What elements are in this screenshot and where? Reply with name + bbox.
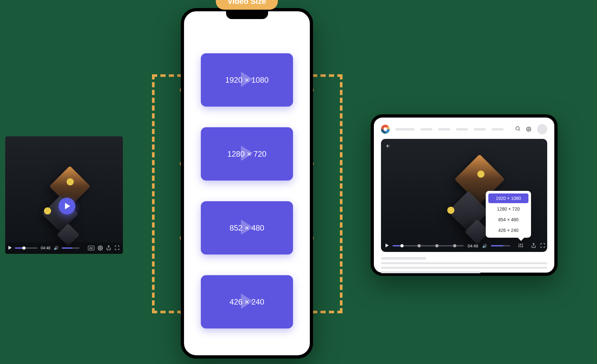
volume-slider[interactable] <box>491 245 510 246</box>
resolution-menu-item-240p[interactable]: 426 × 240 <box>488 225 528 235</box>
svg-point-2 <box>516 127 519 130</box>
nav-item-skeleton <box>456 128 468 130</box>
svg-point-4 <box>528 129 529 130</box>
cc-button[interactable]: CC <box>88 246 94 250</box>
video-size-badge: Video Size <box>216 0 278 10</box>
gear-icon[interactable] <box>526 127 531 132</box>
nav-item-skeleton <box>438 128 450 130</box>
resolution-card-240p[interactable]: 426 × 240 <box>201 275 293 328</box>
svg-line-3 <box>519 130 520 130</box>
play-icon[interactable] <box>385 244 389 248</box>
gear-icon[interactable] <box>98 245 103 251</box>
play-button[interactable] <box>59 198 75 214</box>
scene-sphere <box>447 207 454 214</box>
scene-sphere <box>477 171 484 178</box>
skeleton-line <box>381 257 426 260</box>
player-controls: 04:48 CC <box>5 242 123 254</box>
badge-label: Video Size <box>227 0 266 5</box>
app-logo[interactable] <box>381 125 390 134</box>
volume-icon[interactable] <box>54 246 59 250</box>
scene-sphere <box>67 178 74 185</box>
resolution-menu-item-1080p[interactable]: 1920 × 1080 <box>488 193 528 203</box>
source-video-player: 04:48 CC <box>5 136 123 254</box>
resolution-card-720p[interactable]: 1280 × 720 <box>201 127 293 181</box>
nav-item-skeleton <box>396 128 415 130</box>
share-icon[interactable] <box>106 245 111 251</box>
connector-right-frame <box>312 74 342 313</box>
nav-item-skeleton <box>474 128 486 130</box>
scene-sphere <box>44 207 51 214</box>
connector-left-frame <box>152 74 182 313</box>
nav-item-skeleton <box>492 128 504 130</box>
video-thumbnail-scene <box>5 136 123 242</box>
phone-notch <box>226 11 268 19</box>
time-label: 04:48 <box>41 246 50 250</box>
skeleton-line <box>381 271 481 273</box>
tablet-frame: 1920 × 1080 1280 × 720 854 × 480 426 × 2… <box>371 114 558 276</box>
progress-slider[interactable] <box>15 247 38 249</box>
skeleton-line <box>381 262 547 264</box>
phone-frame: 1920 × 1080 1280 × 720 852 × 480 426 × 2… <box>181 8 313 359</box>
tablet-header <box>381 124 547 134</box>
fullscreen-icon[interactable] <box>540 243 545 249</box>
nav-item-skeleton <box>420 128 432 130</box>
content-skeleton <box>381 257 547 273</box>
resolution-menu-item-720p[interactable]: 1280 × 720 <box>488 204 528 214</box>
player-controls: 04:48 <box>381 240 547 252</box>
avatar[interactable] <box>537 124 547 134</box>
volume-icon[interactable] <box>482 244 487 248</box>
resolution-menu-item-480p[interactable]: 854 × 480 <box>488 215 528 224</box>
quality-settings-icon[interactable] <box>518 243 523 249</box>
time-label: 04:48 <box>468 244 478 248</box>
skeleton-line <box>381 267 547 269</box>
share-icon[interactable] <box>531 243 536 249</box>
back-icon[interactable] <box>385 143 391 150</box>
progress-slider[interactable] <box>393 245 464 246</box>
play-icon[interactable] <box>8 246 12 251</box>
resolution-card-480p[interactable]: 852 × 480 <box>201 201 293 255</box>
embedded-video-player: 1920 × 1080 1280 × 720 854 × 480 426 × 2… <box>381 139 547 252</box>
volume-slider[interactable] <box>62 247 80 249</box>
resolution-menu: 1920 × 1080 1280 × 720 854 × 480 426 × 2… <box>486 191 531 238</box>
resolution-list: 1920 × 1080 1280 × 720 852 × 480 426 × 2… <box>184 53 310 328</box>
fullscreen-icon[interactable] <box>114 245 120 251</box>
search-icon[interactable] <box>515 126 520 132</box>
resolution-card-1080p[interactable]: 1920 × 1080 <box>201 53 293 107</box>
svg-point-0 <box>100 247 101 249</box>
